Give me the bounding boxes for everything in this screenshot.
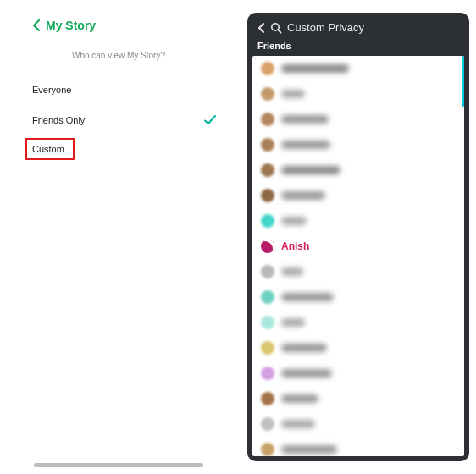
avatar [261, 392, 274, 405]
my-story-panel: My Story Who can view My Story? Everyone… [0, 0, 237, 474]
scroll-indicator [462, 56, 464, 107]
friend-name-blurred [281, 344, 327, 352]
friend-row[interactable] [252, 361, 464, 386]
friend-name-blurred [281, 420, 315, 428]
avatar [261, 443, 274, 456]
friend-row[interactable] [252, 437, 464, 456]
friend-name-blurred [281, 141, 330, 149]
avatar [261, 163, 274, 177]
friend-row[interactable] [252, 208, 464, 234]
friend-name-blurred [281, 64, 349, 73]
friend-name-blurred [281, 166, 340, 174]
custom-privacy-panel: Custom Privacy Friends Anish [247, 13, 469, 461]
avatar [261, 341, 274, 355]
search-icon[interactable] [270, 22, 282, 34]
right-title: Custom Privacy [287, 21, 364, 34]
svg-line-1 [278, 30, 280, 32]
avatar [261, 62, 274, 75]
checkmark-icon [203, 113, 217, 127]
avatar [261, 240, 274, 253]
avatar [261, 87, 274, 101]
avatar [261, 417, 274, 431]
friend-row[interactable]: Anish [252, 234, 464, 259]
friend-row[interactable] [252, 183, 464, 208]
option-friends-only[interactable]: Friends Only [0, 104, 237, 136]
friend-row[interactable] [252, 107, 464, 132]
friend-name-blurred [281, 217, 307, 225]
avatar [261, 189, 274, 202]
option-everyone[interactable]: Everyone [0, 75, 237, 104]
avatar [261, 265, 274, 278]
friend-row[interactable] [252, 132, 464, 157]
avatar [261, 367, 274, 380]
friend-row[interactable] [252, 259, 464, 284]
friend-row[interactable] [252, 411, 464, 437]
friends-list[interactable]: Anish [252, 56, 464, 456]
friend-name-blurred [281, 293, 334, 301]
back-icon[interactable] [32, 19, 41, 31]
friend-row[interactable] [252, 284, 464, 310]
friend-row[interactable] [252, 81, 464, 107]
page-title: My Story [46, 19, 96, 32]
friend-name-blurred [281, 318, 305, 327]
friends-section-label: Friends [247, 39, 469, 56]
friend-name-blurred [281, 267, 303, 276]
friend-row[interactable] [252, 56, 464, 81]
friend-name-blurred [281, 369, 332, 378]
friend-name-blurred [281, 191, 325, 200]
option-label: Custom [32, 144, 64, 154]
friend-row[interactable] [252, 310, 464, 335]
friend-name-blurred [281, 90, 305, 98]
subtitle: Who can view My Story? [0, 51, 237, 60]
avatar [261, 214, 274, 228]
avatar [261, 138, 274, 152]
avatar [261, 113, 274, 126]
friend-name: Anish [281, 240, 309, 252]
friend-name-blurred [281, 115, 329, 124]
option-label: Everyone [32, 85, 71, 95]
friend-row[interactable] [252, 335, 464, 361]
avatar [261, 290, 274, 304]
right-header: Custom Privacy [247, 13, 469, 39]
friend-name-blurred [281, 394, 318, 403]
avatar [261, 316, 274, 329]
option-custom[interactable]: Custom [25, 138, 75, 160]
friend-row[interactable] [252, 157, 464, 183]
back-icon[interactable] [257, 23, 265, 33]
option-label: Friends Only [32, 115, 85, 125]
left-header: My Story [0, 19, 237, 32]
friend-name-blurred [281, 445, 337, 454]
friend-row[interactable] [252, 386, 464, 411]
home-indicator [34, 463, 203, 467]
